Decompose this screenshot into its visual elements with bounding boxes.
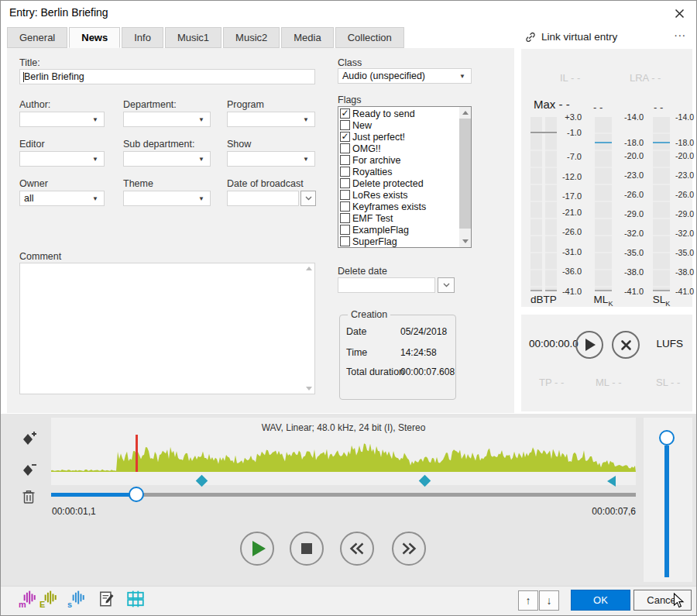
close-icon[interactable] (673, 7, 685, 19)
flag-item[interactable]: SuperFlag (338, 236, 460, 247)
duration-time-label: 00:00:07,6 (535, 506, 636, 517)
flag-item[interactable]: ExampleFlag (338, 224, 460, 236)
creation-date-value: 05/24/2018 (400, 326, 447, 337)
checkbox-unchecked[interactable] (340, 190, 350, 200)
tab-news[interactable]: News (69, 27, 120, 48)
checkbox-unchecked[interactable] (340, 213, 350, 223)
checkbox-unchecked[interactable] (340, 201, 350, 212)
scroll-down-icon[interactable] (306, 387, 312, 391)
end-marker[interactable] (607, 476, 616, 487)
delete-date-label: Delete date (338, 266, 387, 277)
creation-legend: Creation (348, 309, 390, 320)
add-marker-button[interactable] (22, 429, 39, 449)
date-of-broadcast-input[interactable] (227, 191, 299, 206)
chevron-down-icon (198, 195, 204, 202)
checkbox-unchecked[interactable] (340, 225, 350, 235)
meter-tick-label: -38.0 (675, 267, 694, 277)
measure-play-button[interactable] (575, 331, 603, 359)
flag-item[interactable]: ✓Ready to send (338, 108, 460, 119)
volume-slider-track[interactable] (664, 446, 669, 577)
meter-tick-label: -26.0 (675, 190, 694, 199)
checkbox-unchecked[interactable] (340, 178, 350, 188)
trash-icon[interactable] (21, 488, 36, 508)
more-options-button[interactable]: ... (674, 26, 686, 39)
tab-general[interactable]: General (7, 27, 67, 48)
measure-cancel-button[interactable] (612, 331, 640, 359)
flag-item[interactable]: Royalties (338, 166, 460, 177)
checkbox-unchecked[interactable] (340, 155, 350, 165)
scroll-up-icon[interactable] (462, 111, 469, 115)
waveform-e-icon[interactable]: E (39, 590, 58, 611)
flag-item[interactable]: LoRes exists (338, 189, 460, 201)
program-select[interactable] (227, 112, 315, 127)
flag-item[interactable]: ✓Just perfect! (338, 131, 460, 143)
flag-item[interactable]: EMF Test (338, 212, 460, 224)
comment-input[interactable] (19, 263, 315, 394)
theme-select[interactable] (123, 191, 211, 206)
department-select[interactable] (123, 112, 211, 127)
edit-document-icon[interactable] (98, 590, 116, 611)
remove-marker-button[interactable] (22, 460, 39, 480)
tab-media[interactable]: Media (281, 27, 333, 48)
ok-button[interactable]: OK (571, 590, 630, 611)
flag-item[interactable]: For archive (338, 154, 460, 166)
delete-date-input[interactable] (338, 277, 435, 293)
playhead-marker[interactable] (136, 435, 138, 472)
flag-item-label: New (352, 120, 372, 131)
flag-item-label: Just perfect! (352, 132, 405, 143)
scroll-down-icon[interactable] (462, 239, 469, 243)
tab-music1[interactable]: Music1 (165, 27, 221, 48)
scroll-up-icon[interactable] (306, 267, 312, 270)
scrollbar-thumb[interactable] (459, 119, 471, 229)
waveform-s-icon[interactable]: s (67, 590, 86, 611)
date-of-broadcast-dropdown-button[interactable] (300, 191, 316, 206)
flags-listbox[interactable]: ✓Ready to sendNew✓Just perfect!OMG!!For … (338, 106, 472, 248)
play-button[interactable] (240, 532, 274, 566)
class-value: Audio (unspecified) (342, 71, 459, 81)
tab-collection[interactable]: Collection (335, 27, 404, 48)
sub-department-select[interactable] (123, 151, 211, 167)
checkbox-checked[interactable]: ✓ (340, 132, 350, 142)
play-icon (252, 541, 266, 556)
class-select[interactable]: Audio (unspecified) (338, 68, 472, 84)
creation-groupbox: Creation Date 05/24/2018 Time 14:24:58 T… (339, 315, 456, 400)
volume-slider-thumb[interactable] (659, 430, 675, 446)
editor-select[interactable] (19, 151, 105, 167)
flag-item-label: LoRes exists (352, 190, 408, 201)
waveform-m-icon[interactable]: m (19, 590, 37, 611)
show-select[interactable] (227, 151, 315, 167)
checkbox-unchecked[interactable] (340, 120, 350, 130)
flag-item[interactable]: New (338, 119, 460, 131)
tab-info[interactable]: Info (122, 27, 163, 48)
owner-select[interactable]: all (19, 191, 105, 206)
checkbox-unchecked[interactable] (340, 236, 350, 246)
meter-tick-label: -18.0 (675, 138, 694, 147)
author-select[interactable] (19, 112, 105, 127)
forward-button[interactable] (392, 532, 426, 566)
slk-meter-label: SLK (644, 294, 678, 308)
stop-button[interactable] (290, 532, 324, 566)
next-entry-button[interactable]: ↓ (539, 590, 559, 611)
rewind-button[interactable] (340, 532, 374, 566)
flag-item[interactable]: Keyframes exists (338, 201, 460, 212)
flags-scrollbar[interactable] (459, 107, 471, 247)
audio-format-label: WAV, Linear; 48.0 kHz, 24 bit (I), Stere… (51, 422, 636, 433)
flag-item[interactable]: OMG!! (338, 143, 460, 154)
checkbox-unchecked[interactable] (340, 167, 350, 177)
waveform-display[interactable]: WAV, Linear; 48.0 kHz, 24 bit (I), Stere… (51, 418, 636, 485)
cancel-button[interactable]: Cancel (633, 590, 692, 611)
sl-value: SL - - (656, 377, 680, 388)
seek-slider-thumb[interactable] (129, 487, 144, 502)
checkbox-unchecked[interactable] (340, 143, 350, 153)
previous-entry-button[interactable]: ↑ (518, 590, 538, 611)
lufs-label: LUFS (656, 338, 683, 349)
multitrack-grid-icon[interactable] (126, 590, 145, 611)
text-caret (23, 72, 24, 82)
delete-date-dropdown-button[interactable] (438, 277, 455, 293)
link-virtual-entry-button[interactable]: Link virtual entry ... (521, 29, 692, 47)
checkbox-checked[interactable]: ✓ (340, 108, 350, 119)
tab-music2[interactable]: Music2 (223, 27, 280, 48)
flag-item[interactable]: Delete protected (338, 177, 460, 189)
title-input[interactable]: Berlin Briefing (19, 69, 315, 84)
entry-dialog: Entry: Berlin Briefing General News Info… (0, 0, 697, 616)
